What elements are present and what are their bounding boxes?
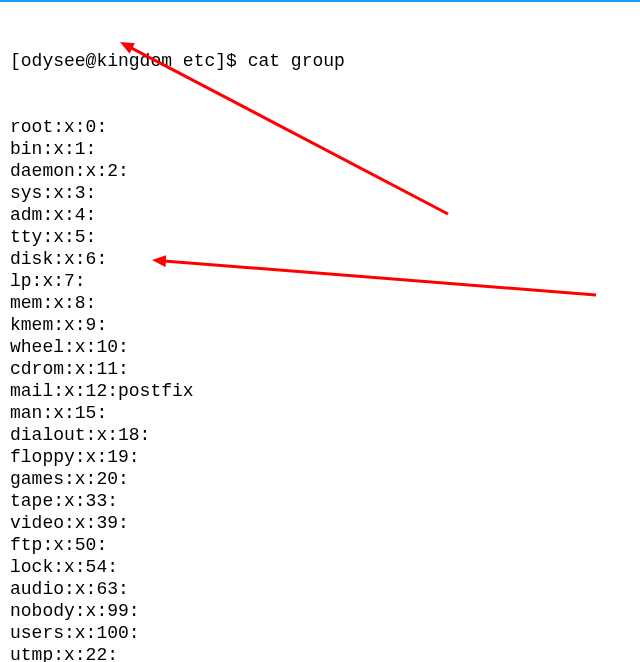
terminal-line: audio:x:63: (10, 578, 630, 600)
terminal-line: mem:x:8: (10, 292, 630, 314)
terminal-line: adm:x:4: (10, 204, 630, 226)
terminal-line: users:x:100: (10, 622, 630, 644)
terminal-window: [odysee@kingdom etc]$ cat group root:x:0… (0, 0, 640, 662)
terminal-line: nobody:x:99: (10, 600, 630, 622)
terminal-line: video:x:39: (10, 512, 630, 534)
terminal-line: disk:x:6: (10, 248, 630, 270)
terminal-line: root:x:0: (10, 116, 630, 138)
terminal-line: sys:x:3: (10, 182, 630, 204)
terminal-line: tape:x:33: (10, 490, 630, 512)
terminal-line: kmem:x:9: (10, 314, 630, 336)
terminal-line: cdrom:x:11: (10, 358, 630, 380)
terminal-line: dialout:x:18: (10, 424, 630, 446)
terminal-line: lock:x:54: (10, 556, 630, 578)
terminal-line: ftp:x:50: (10, 534, 630, 556)
terminal-line: bin:x:1: (10, 138, 630, 160)
terminal-output: root:x:0:bin:x:1:daemon:x:2:sys:x:3:adm:… (10, 116, 630, 662)
terminal-line: games:x:20: (10, 468, 630, 490)
terminal-line: mail:x:12:postfix (10, 380, 630, 402)
terminal-line: daemon:x:2: (10, 160, 630, 182)
terminal-line: floppy:x:19: (10, 446, 630, 468)
terminal-line: lp:x:7: (10, 270, 630, 292)
terminal-prompt: [odysee@kingdom etc]$ cat group (10, 50, 630, 72)
terminal-line: wheel:x:10: (10, 336, 630, 358)
terminal-line: utmp:x:22: (10, 644, 630, 662)
terminal-line: tty:x:5: (10, 226, 630, 248)
terminal-line: man:x:15: (10, 402, 630, 424)
